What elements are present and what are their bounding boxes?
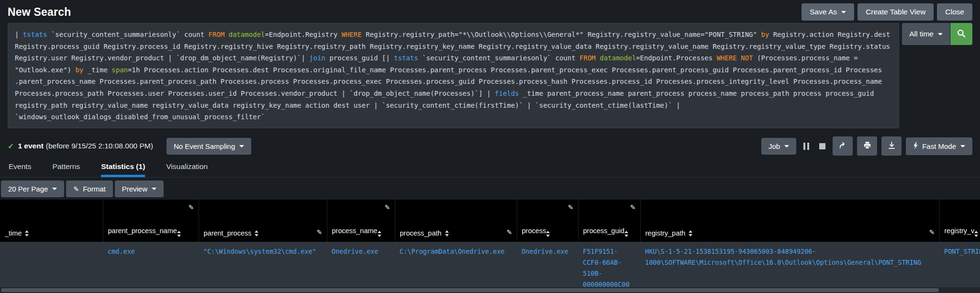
query-line: registry_path registry_value_name regist… xyxy=(15,100,892,112)
sort-icon[interactable] xyxy=(378,231,381,237)
print-button[interactable] xyxy=(857,136,877,156)
column-header-parent_process_name[interactable]: parent_process_name✎ xyxy=(103,200,199,242)
column-header-_time[interactable]: _time xyxy=(0,200,103,242)
close-button[interactable]: Close xyxy=(937,3,972,21)
sort-icon[interactable] xyxy=(974,231,978,237)
column-label: process_guid xyxy=(583,227,624,235)
chevron-down-icon xyxy=(960,145,965,147)
chevron-down-icon xyxy=(52,188,57,190)
column-header-process_name[interactable]: process_name✎ xyxy=(327,200,395,242)
column-header-process_guid[interactable]: process_guid✎ xyxy=(578,200,640,242)
column-header-registry_v[interactable]: registry_v xyxy=(939,200,980,242)
tab-visualization[interactable]: Visualization xyxy=(166,162,208,177)
create-table-view-button[interactable]: Create Table View xyxy=(858,3,934,21)
sort-icon[interactable] xyxy=(445,230,449,237)
job-label: Job xyxy=(768,142,780,150)
edit-column-icon[interactable]: ✎ xyxy=(317,228,323,236)
results-toolbar: 20 Per Page ✎ Format Preview xyxy=(1,180,980,197)
column-label: registry_path xyxy=(646,229,686,237)
column-label: process_path xyxy=(400,229,442,237)
lightning-icon xyxy=(913,142,922,151)
save-as-label: Save As xyxy=(810,8,837,16)
per-page-label: 20 Per Page xyxy=(8,185,48,193)
search-icon xyxy=(957,29,966,40)
column-label: process_name xyxy=(332,227,378,235)
column-label: _time xyxy=(5,229,22,237)
save-as-button[interactable]: Save As xyxy=(802,3,854,21)
edit-column-icon[interactable]: ✎ xyxy=(929,228,935,236)
sort-icon[interactable] xyxy=(689,230,692,237)
column-header-process_path[interactable]: process_path✎ xyxy=(395,200,517,242)
tabs: EventsPatternsStatistics (1)Visualizatio… xyxy=(0,156,980,177)
query-line: Registry.user Registry.vendor_product | … xyxy=(15,52,892,64)
column-header-parent_process[interactable]: parent_process✎ xyxy=(199,200,327,242)
query-line: | tstats `security_content_summariesonly… xyxy=(15,29,892,41)
search-query-input[interactable]: | tstats `security_content_summariesonly… xyxy=(8,23,899,128)
top-bar-buttons: Save As Create Table View Close xyxy=(802,3,972,21)
edit-column-icon[interactable]: ✎ xyxy=(507,228,512,236)
scrollbar-thumb[interactable] xyxy=(1,288,939,292)
preview-dropdown[interactable]: Preview xyxy=(115,180,164,197)
cell-process_path[interactable]: C:\ProgramData\Onedrive.exe xyxy=(395,242,517,293)
horizontal-scrollbar[interactable] xyxy=(0,287,980,293)
sort-icon[interactable] xyxy=(177,231,181,237)
status-row: ✓ 1 event (before 9/15/25 2:10:08.000 PM… xyxy=(8,136,972,156)
cell-parent_process[interactable]: "C:\Windows\system32\cmd.exe" xyxy=(199,242,327,293)
close-label: Close xyxy=(945,8,964,16)
pencil-icon: ✎ xyxy=(73,185,79,193)
per-page-dropdown[interactable]: 20 Per Page xyxy=(1,180,64,197)
format-button[interactable]: ✎ Format xyxy=(66,180,112,197)
event-sampling-label: No Event Sampling xyxy=(174,142,235,150)
format-label: Format xyxy=(83,185,106,193)
table-header-row: _timeparent_process_name✎parent_process✎… xyxy=(0,200,980,242)
query-line: `windows_outlook_dialogs_disabled_from_u… xyxy=(15,111,892,123)
cell-process[interactable]: Onedrive.exe xyxy=(517,242,578,293)
chevron-down-icon xyxy=(938,33,943,35)
check-icon: ✓ xyxy=(8,142,14,151)
share-button[interactable] xyxy=(833,136,853,156)
cell-process_guid[interactable]: F51F9151-CCF0-66AB-510B-000000000C00 xyxy=(578,242,640,293)
job-dropdown[interactable]: Job xyxy=(761,138,796,155)
pause-icon xyxy=(803,143,809,150)
column-label: parent_process xyxy=(204,229,252,237)
chevron-down-icon xyxy=(784,145,789,147)
event-sampling-dropdown[interactable]: No Event Sampling xyxy=(167,138,251,155)
share-icon xyxy=(839,141,847,151)
print-icon xyxy=(863,141,871,151)
stop-button[interactable] xyxy=(816,140,828,152)
cell-parent_process_name[interactable]: cmd.exe xyxy=(103,242,199,293)
edit-column-icon[interactable]: ✎ xyxy=(189,203,194,211)
edit-column-icon[interactable]: ✎ xyxy=(568,203,574,211)
time-range-group: All time xyxy=(902,23,972,45)
sort-icon[interactable] xyxy=(546,231,550,237)
query-line: "Outlook.exe") by _time span=1h Processe… xyxy=(15,64,892,76)
column-header-process[interactable]: process✎ xyxy=(517,200,578,242)
column-label: parent_process_name xyxy=(108,227,177,235)
edit-column-icon[interactable]: ✎ xyxy=(385,203,390,211)
create-table-view-label: Create Table View xyxy=(866,8,925,16)
sort-icon[interactable] xyxy=(25,230,29,237)
search-button[interactable] xyxy=(950,23,972,45)
pause-button[interactable] xyxy=(801,140,812,153)
cell-registry_v[interactable]: PONT_STRING xyxy=(939,242,980,293)
time-range-picker[interactable]: All time xyxy=(902,23,950,45)
export-button[interactable] xyxy=(881,136,902,156)
column-header-registry_path[interactable]: registry_path✎ xyxy=(640,200,939,242)
chevron-down-icon xyxy=(152,188,156,190)
search-mode-dropdown[interactable]: Fast Mode xyxy=(906,137,972,155)
sort-icon[interactable] xyxy=(624,231,628,237)
search-mode-label: Fast Mode xyxy=(922,142,956,150)
cell-process_name[interactable]: Onedrive.exe xyxy=(327,242,395,293)
sort-icon[interactable] xyxy=(255,230,258,237)
edit-column-icon[interactable]: ✎ xyxy=(630,203,636,211)
chevron-down-icon xyxy=(841,11,846,13)
query-line: .parent_process_name Processes.parent_pr… xyxy=(15,76,892,88)
tab-events[interactable]: Events xyxy=(9,162,31,177)
splunk-search-page: { "page_title": "New Search", "header": … xyxy=(0,0,980,293)
column-label: registry_v xyxy=(945,227,975,235)
cell-registry_path[interactable]: HKU\S-1-5-21-1538153195-943065003-848949… xyxy=(640,242,939,293)
tab-statistics-1[interactable]: Statistics (1) xyxy=(101,162,145,177)
page-title: New Search xyxy=(8,6,71,19)
download-icon xyxy=(888,141,896,151)
tab-patterns[interactable]: Patterns xyxy=(52,162,80,177)
